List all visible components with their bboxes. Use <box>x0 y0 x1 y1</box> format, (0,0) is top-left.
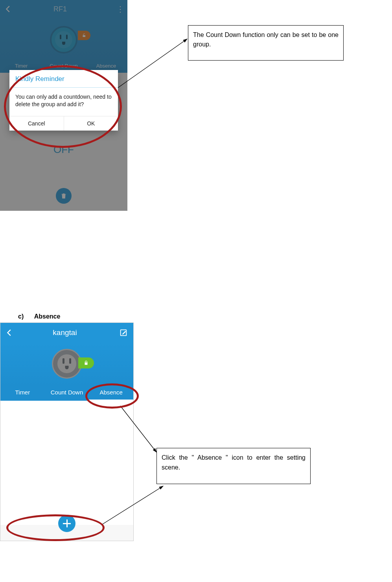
tabs-row: Timer Count Down Absence <box>0 385 133 401</box>
reminder-dialog: Kindly Reminder You can only add a count… <box>9 70 118 131</box>
tab-countdown[interactable]: Count Down <box>45 385 89 401</box>
section-bullet: c) <box>18 313 24 320</box>
lock-icon <box>83 360 89 366</box>
lock-badge <box>78 357 94 368</box>
callout-text-absence: Click the " Absence " icon to enter the … <box>156 448 311 484</box>
app-header: kangtai <box>0 323 133 343</box>
cancel-button[interactable]: Cancel <box>9 116 64 131</box>
edit-icon[interactable] <box>119 328 128 337</box>
section-title: Absence <box>34 313 61 320</box>
tab-timer[interactable]: Timer <box>0 385 45 401</box>
callout-text-countdown: The Count Down function only can be set … <box>188 25 344 61</box>
screenshot-countdown-reminder: RF1 ⋮ Timer Count Down Absence OFF Kindl… <box>0 0 127 211</box>
header-title: kangtai <box>11 328 119 337</box>
section-heading-absence: c) Absence <box>18 313 60 320</box>
absence-list-empty <box>0 401 133 525</box>
tab-absence[interactable]: Absence <box>89 385 133 401</box>
annotation-arrow <box>118 37 193 92</box>
svg-line-0 <box>118 39 187 88</box>
add-button[interactable] <box>58 515 75 532</box>
screenshot-absence-tab: kangtai Timer Count Down Absence <box>0 322 134 541</box>
ok-button[interactable]: OK <box>64 116 118 131</box>
dialog-title: Kindly Reminder <box>9 70 118 87</box>
dialog-actions: Cancel OK <box>9 116 118 131</box>
dialog-body: You can only add a countdown, need to de… <box>9 88 118 116</box>
outlet-icon <box>52 349 82 379</box>
device-icon-area <box>0 343 133 385</box>
